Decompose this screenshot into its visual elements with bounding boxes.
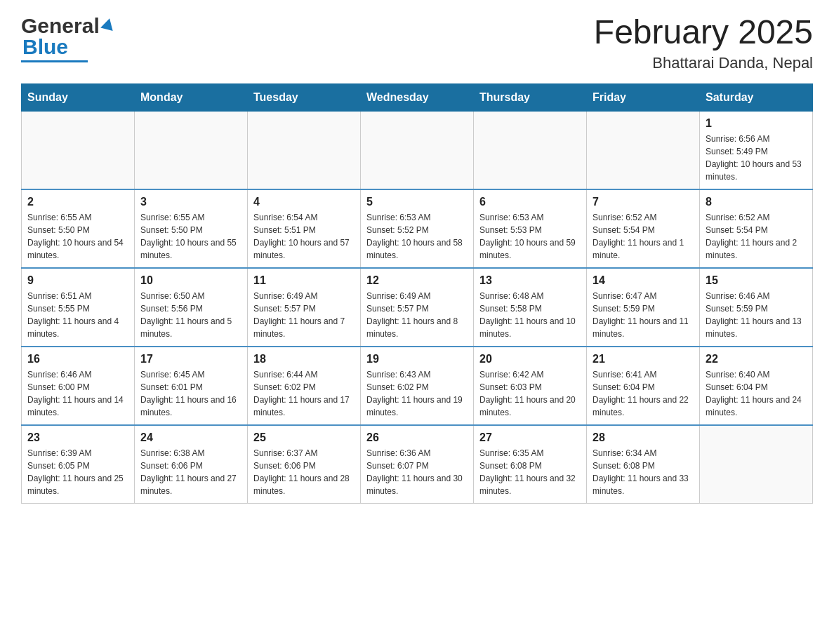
day-info: Sunrise: 6:56 AMSunset: 5:49 PMDaylight:… — [706, 133, 807, 183]
table-row: 25Sunrise: 6:37 AMSunset: 6:06 PMDayligh… — [248, 425, 361, 504]
table-row: 16Sunrise: 6:46 AMSunset: 6:00 PMDayligh… — [22, 347, 135, 425]
day-info: Sunrise: 6:42 AMSunset: 6:03 PMDaylight:… — [479, 368, 581, 419]
table-row: 28Sunrise: 6:34 AMSunset: 6:08 PMDayligh… — [587, 425, 700, 504]
table-row: 23Sunrise: 6:39 AMSunset: 6:05 PMDayligh… — [22, 425, 135, 504]
table-row: 6Sunrise: 6:53 AMSunset: 5:53 PMDaylight… — [474, 189, 587, 268]
table-row: 3Sunrise: 6:55 AMSunset: 5:50 PMDaylight… — [135, 189, 248, 268]
day-info: Sunrise: 6:34 AMSunset: 6:08 PMDaylight:… — [593, 447, 694, 497]
day-info: Sunrise: 6:51 AMSunset: 5:55 PMDaylight:… — [27, 290, 128, 340]
day-info: Sunrise: 6:40 AMSunset: 6:04 PMDaylight:… — [706, 368, 807, 419]
day-info: Sunrise: 6:36 AMSunset: 6:07 PMDaylight:… — [366, 447, 468, 497]
calendar-table: Sunday Monday Tuesday Wednesday Thursday… — [21, 83, 813, 504]
calendar-week-row: 2Sunrise: 6:55 AMSunset: 5:50 PMDaylight… — [22, 189, 813, 268]
day-number: 24 — [140, 431, 241, 444]
day-number: 14 — [593, 274, 694, 287]
table-row — [700, 425, 813, 504]
table-row — [361, 111, 474, 189]
day-number: 7 — [593, 196, 694, 208]
day-number: 21 — [593, 353, 694, 365]
table-row: 7Sunrise: 6:52 AMSunset: 5:54 PMDaylight… — [587, 189, 700, 268]
day-number: 19 — [366, 353, 468, 365]
day-number: 25 — [253, 431, 355, 444]
day-number: 2 — [27, 196, 128, 208]
calendar-week-row: 9Sunrise: 6:51 AMSunset: 5:55 PMDaylight… — [22, 268, 813, 347]
table-row: 13Sunrise: 6:48 AMSunset: 5:58 PMDayligh… — [474, 268, 587, 347]
table-row: 12Sunrise: 6:49 AMSunset: 5:57 PMDayligh… — [361, 268, 474, 347]
day-info: Sunrise: 6:53 AMSunset: 5:52 PMDaylight:… — [366, 211, 468, 262]
calendar-header-row: Sunday Monday Tuesday Wednesday Thursday… — [22, 83, 813, 111]
day-number: 1 — [706, 117, 807, 130]
day-number: 18 — [253, 353, 355, 365]
day-number: 10 — [140, 274, 241, 287]
table-row: 5Sunrise: 6:53 AMSunset: 5:52 PMDaylight… — [361, 189, 474, 268]
day-number: 27 — [479, 431, 581, 444]
table-row: 11Sunrise: 6:49 AMSunset: 5:57 PMDayligh… — [248, 268, 361, 347]
table-row — [474, 111, 587, 189]
day-info: Sunrise: 6:47 AMSunset: 5:59 PMDaylight:… — [593, 290, 694, 340]
logo-blue-text: Blue — [22, 35, 68, 59]
month-title: February 2025 — [594, 14, 813, 51]
table-row — [587, 111, 700, 189]
day-info: Sunrise: 6:41 AMSunset: 6:04 PMDaylight:… — [593, 368, 694, 419]
table-row: 14Sunrise: 6:47 AMSunset: 5:59 PMDayligh… — [587, 268, 700, 347]
calendar-week-row: 1Sunrise: 6:56 AMSunset: 5:49 PMDaylight… — [22, 111, 813, 189]
table-row: 17Sunrise: 6:45 AMSunset: 6:01 PMDayligh… — [135, 347, 248, 425]
col-wednesday: Wednesday — [361, 83, 474, 111]
day-number: 15 — [706, 274, 807, 287]
location-title: Bhattarai Danda, Nepal — [594, 54, 813, 72]
table-row: 10Sunrise: 6:50 AMSunset: 5:56 PMDayligh… — [135, 268, 248, 347]
day-number: 23 — [27, 431, 128, 444]
day-info: Sunrise: 6:50 AMSunset: 5:56 PMDaylight:… — [140, 290, 241, 340]
day-info: Sunrise: 6:39 AMSunset: 6:05 PMDaylight:… — [27, 447, 128, 497]
day-number: 17 — [140, 353, 241, 365]
day-info: Sunrise: 6:49 AMSunset: 5:57 PMDaylight:… — [253, 290, 355, 340]
day-info: Sunrise: 6:55 AMSunset: 5:50 PMDaylight:… — [27, 211, 128, 262]
table-row — [22, 111, 135, 189]
logo-general-text: General — [21, 14, 100, 38]
title-area: February 2025 Bhattarai Danda, Nepal — [594, 14, 813, 72]
logo-underline — [21, 60, 88, 62]
calendar-week-row: 23Sunrise: 6:39 AMSunset: 6:05 PMDayligh… — [22, 425, 813, 504]
day-number: 28 — [593, 431, 694, 444]
day-number: 9 — [27, 274, 128, 287]
day-number: 20 — [479, 353, 581, 365]
day-number: 22 — [706, 353, 807, 365]
table-row: 18Sunrise: 6:44 AMSunset: 6:02 PMDayligh… — [248, 347, 361, 425]
table-row: 8Sunrise: 6:52 AMSunset: 5:54 PMDaylight… — [700, 189, 813, 268]
day-info: Sunrise: 6:53 AMSunset: 5:53 PMDaylight:… — [479, 211, 581, 262]
day-info: Sunrise: 6:49 AMSunset: 5:57 PMDaylight:… — [366, 290, 468, 340]
day-info: Sunrise: 6:45 AMSunset: 6:01 PMDaylight:… — [140, 368, 241, 419]
table-row: 22Sunrise: 6:40 AMSunset: 6:04 PMDayligh… — [700, 347, 813, 425]
col-monday: Monday — [135, 83, 248, 111]
day-number: 3 — [140, 196, 241, 208]
col-saturday: Saturday — [700, 83, 813, 111]
col-sunday: Sunday — [22, 83, 135, 111]
day-info: Sunrise: 6:38 AMSunset: 6:06 PMDaylight:… — [140, 447, 241, 497]
day-info: Sunrise: 6:44 AMSunset: 6:02 PMDaylight:… — [253, 368, 355, 419]
logo-area: General Blue — [21, 14, 114, 62]
day-number: 4 — [253, 196, 355, 208]
col-friday: Friday — [587, 83, 700, 111]
table-row: 27Sunrise: 6:35 AMSunset: 6:08 PMDayligh… — [474, 425, 587, 504]
table-row: 1Sunrise: 6:56 AMSunset: 5:49 PMDaylight… — [700, 111, 813, 189]
day-number: 5 — [366, 196, 468, 208]
day-info: Sunrise: 6:46 AMSunset: 5:59 PMDaylight:… — [706, 290, 807, 340]
table-row: 20Sunrise: 6:42 AMSunset: 6:03 PMDayligh… — [474, 347, 587, 425]
day-info: Sunrise: 6:52 AMSunset: 5:54 PMDaylight:… — [706, 211, 807, 262]
table-row: 9Sunrise: 6:51 AMSunset: 5:55 PMDaylight… — [22, 268, 135, 347]
day-number: 16 — [27, 353, 128, 365]
day-info: Sunrise: 6:52 AMSunset: 5:54 PMDaylight:… — [593, 211, 694, 262]
day-number: 12 — [366, 274, 468, 287]
table-row — [135, 111, 248, 189]
day-info: Sunrise: 6:46 AMSunset: 6:00 PMDaylight:… — [27, 368, 128, 419]
day-number: 6 — [479, 196, 581, 208]
col-tuesday: Tuesday — [248, 83, 361, 111]
day-number: 26 — [366, 431, 468, 444]
page-header: General Blue February 2025 Bhattarai Dan… — [21, 14, 813, 72]
day-info: Sunrise: 6:43 AMSunset: 6:02 PMDaylight:… — [366, 368, 468, 419]
day-info: Sunrise: 6:55 AMSunset: 5:50 PMDaylight:… — [140, 211, 241, 262]
day-number: 11 — [253, 274, 355, 287]
day-number: 8 — [706, 196, 807, 208]
table-row: 19Sunrise: 6:43 AMSunset: 6:02 PMDayligh… — [361, 347, 474, 425]
day-info: Sunrise: 6:35 AMSunset: 6:08 PMDaylight:… — [479, 447, 581, 497]
